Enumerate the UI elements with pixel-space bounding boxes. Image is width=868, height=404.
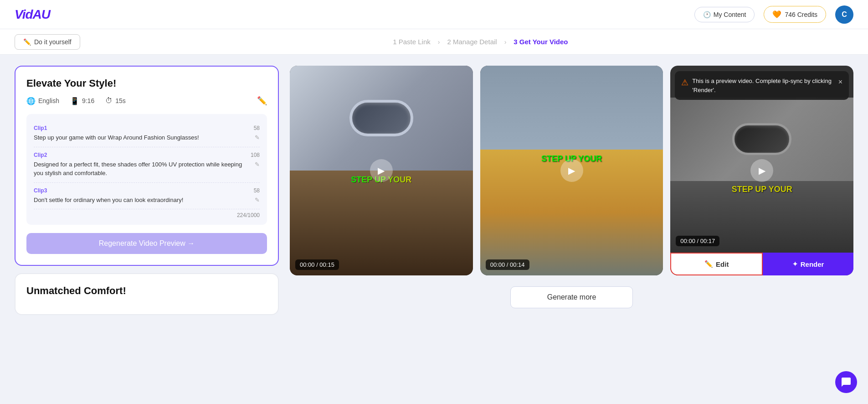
clip1-label: Clip1 [34, 125, 47, 131]
clip2-text: Designed for a perfect fit, these shades… [34, 160, 260, 178]
regenerate-button[interactable]: Regenerate Video Preview → [26, 233, 267, 254]
chat-icon [841, 377, 852, 388]
arrow-2: › [504, 38, 507, 46]
video3-overlay: STEP UP YOUR [732, 185, 792, 194]
clip2-edit-icon[interactable]: ✎ [255, 160, 260, 169]
video2-timer: 00:00 / 00:14 [486, 259, 529, 270]
arrow-1: › [438, 38, 440, 46]
credits-button[interactable]: 🧡 746 Credits [764, 6, 826, 23]
heart-icon: 🧡 [772, 10, 781, 19]
my-content-label: My Content [714, 11, 746, 18]
card-edit-icon[interactable]: ✏️ [257, 96, 267, 106]
meta-aspect: 📱 9:16 [70, 97, 94, 105]
video1-timer: 00:00 / 00:15 [295, 259, 339, 270]
clip3-label: Clip3 [34, 187, 47, 194]
video-card-1[interactable]: STEP UP YOUR ▶ 00:00 / 00:15 [290, 66, 473, 275]
video-card-3[interactable]: ⚠ This is a preview video. Complete lip-… [670, 66, 853, 275]
render-button[interactable]: ✦ Render [763, 253, 853, 275]
header-right: 🕐 My Content 🧡 746 Credits C [694, 5, 853, 24]
edit-pen-icon: ✏️ [704, 260, 713, 268]
generate-more-row: Generate more [290, 286, 853, 308]
left-panel: Elevate Your Style! 🌐 English 📱 9:16 ⏱ 1… [15, 66, 279, 315]
aspect-label: 9:16 [82, 97, 94, 104]
clip3-header: Clip3 58 [34, 187, 260, 194]
meta-language: 🌐 English [26, 97, 59, 105]
steps-nav: ✏️ Do it yourself 1 Paste Link › 2 Manag… [0, 29, 868, 55]
regen-label: Regenerate Video Preview → [99, 239, 195, 248]
clip1-edit-icon[interactable]: ✎ [255, 133, 260, 142]
meta-duration: ⏱ 15s [105, 97, 126, 105]
video-card-2[interactable]: STEP UP YOUR ▶ 00:00 / 00:14 [480, 66, 663, 275]
script-card-1: Elevate Your Style! 🌐 English 📱 9:16 ⏱ 1… [15, 66, 279, 266]
render-label: Render [801, 260, 824, 268]
timer-icon: ⏱ [105, 97, 113, 105]
video2-play-button[interactable]: ▶ [560, 159, 583, 182]
language-label: English [38, 97, 59, 104]
preview-tooltip: ⚠ This is a preview video. Complete lip-… [675, 71, 849, 100]
chat-bubble-button[interactable] [835, 371, 857, 393]
do-yourself-button[interactable]: ✏️ Do it yourself [15, 34, 80, 50]
clip2-label: Clip2 [34, 152, 47, 158]
steps-list: 1 Paste Link › 2 Manage Detail › 3 Get Y… [108, 38, 853, 46]
warning-icon: ⚠ [681, 77, 688, 89]
video3-timer: 00:00 / 00:17 [676, 236, 719, 246]
step1-label: 1 Paste Link [393, 38, 431, 46]
step2-label: 2 Manage Detail [447, 38, 497, 46]
clip1-header: Clip1 58 [34, 125, 260, 131]
step-1: 1 Paste Link [393, 38, 431, 46]
card1-meta: 🌐 English 📱 9:16 ⏱ 15s ✏️ [26, 96, 267, 106]
clip2-header: Clip2 108 [34, 152, 260, 158]
globe-icon: 🌐 [26, 97, 36, 105]
card1-title: Elevate Your Style! [26, 78, 267, 89]
preview-message: This is a preview video. Complete lip-sy… [692, 77, 834, 94]
do-yourself-label: Do it yourself [34, 38, 72, 46]
clip3-text: Don't settle for ordinary when you can l… [34, 196, 260, 205]
phone-icon: 📱 [70, 97, 79, 105]
clip2-count: 108 [251, 152, 260, 158]
video1-play-button[interactable]: ▶ [370, 159, 393, 182]
step-3: 3 Get Your Video [514, 38, 568, 46]
clip-item-2: Clip2 108 Designed for a perfect fit, th… [34, 147, 260, 183]
video3-play-button[interactable]: ▶ [750, 159, 773, 182]
main-content: Elevate Your Style! 🌐 English 📱 9:16 ⏱ 1… [0, 55, 868, 326]
generate-more-button[interactable]: Generate more [510, 286, 633, 308]
clips-container: Clip1 58 Step up your game with our Wrap… [26, 114, 267, 225]
right-panel: STEP UP YOUR ▶ 00:00 / 00:15 STEP UP YOU… [290, 66, 853, 308]
step-2: 2 Manage Detail [447, 38, 497, 46]
credits-label: 746 Credits [785, 11, 817, 18]
clip-item-3: Clip3 58 Don't settle for ordinary when … [34, 183, 260, 210]
clip1-count: 58 [254, 125, 260, 131]
clock-icon: 🕐 [703, 11, 711, 18]
header: VidAU 🕐 My Content 🧡 746 Credits C [0, 0, 868, 29]
duration-label: 15s [115, 97, 126, 104]
videos-row: STEP UP YOUR ▶ 00:00 / 00:15 STEP UP YOU… [290, 66, 853, 275]
my-content-button[interactable]: 🕐 My Content [694, 7, 755, 22]
clip1-text: Step up your game with our Wrap Around F… [34, 133, 260, 142]
star-icon: ✦ [792, 260, 798, 268]
script-card-2: Unmatched Comfort! [15, 273, 279, 315]
clip-item-1: Clip1 58 Step up your game with our Wrap… [34, 120, 260, 147]
video-actions: ✏️ Edit ✦ Render [670, 253, 853, 275]
edit-button[interactable]: ✏️ Edit [670, 253, 763, 275]
char-count: 224/1000 [34, 212, 260, 218]
logo: VidAU [15, 7, 50, 22]
clip3-edit-icon[interactable]: ✎ [255, 196, 260, 205]
step3-label: 3 Get Your Video [514, 38, 568, 46]
clip3-count: 58 [254, 187, 260, 194]
edit-label: Edit [716, 260, 729, 268]
card2-title: Unmatched Comfort! [26, 285, 267, 297]
edit-icon: ✏️ [23, 38, 31, 46]
generate-more-label: Generate more [547, 293, 596, 301]
preview-close-icon[interactable]: × [838, 77, 842, 88]
avatar[interactable]: C [835, 5, 853, 24]
